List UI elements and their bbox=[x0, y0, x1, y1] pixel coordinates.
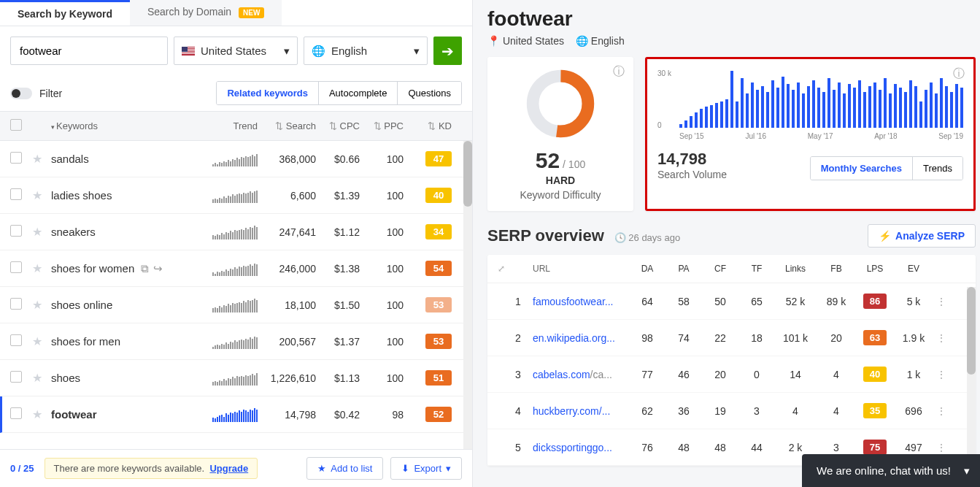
serp-url[interactable]: en.wikipedia.org... bbox=[533, 332, 629, 344]
chat-widget[interactable]: We are online, chat with us! bbox=[802, 454, 980, 487]
ppc-cell: 100 bbox=[360, 372, 404, 384]
col-ppc[interactable]: ⇅ PPC bbox=[360, 120, 404, 131]
ev-cell: 696 bbox=[893, 405, 934, 417]
trend-sparkline bbox=[207, 225, 258, 239]
star-icon[interactable]: ★ bbox=[32, 262, 42, 275]
row-checkbox[interactable] bbox=[10, 371, 22, 383]
ppc-cell: 100 bbox=[360, 226, 404, 238]
cpc-cell: $0.66 bbox=[316, 153, 360, 165]
tab-search-domain[interactable]: Search by Domain NEW bbox=[130, 0, 282, 26]
pa-cell: 58 bbox=[665, 296, 702, 307]
serp-scrollbar[interactable] bbox=[967, 287, 976, 466]
row-menu-icon[interactable]: ⋮ bbox=[934, 369, 949, 380]
serp-url[interactable]: cabelas.com/ca... bbox=[533, 369, 629, 380]
table-row[interactable]: ★sandals368,000$0.6610047 bbox=[0, 141, 472, 177]
da-cell: 98 bbox=[629, 332, 665, 344]
keyword-input[interactable] bbox=[10, 37, 168, 65]
serp-url[interactable]: famousfootwear... bbox=[533, 296, 629, 307]
col-kd[interactable]: ⇅ KD bbox=[404, 120, 452, 131]
trend-sparkline bbox=[207, 298, 258, 312]
search-button[interactable]: ➔ bbox=[433, 37, 462, 65]
tf-cell: 44 bbox=[738, 442, 775, 453]
star-icon[interactable]: ★ bbox=[32, 335, 42, 348]
tf-cell: 3 bbox=[738, 405, 775, 417]
upgrade-link[interactable]: Upgrade bbox=[209, 463, 248, 474]
col-keywords[interactable]: Keywords bbox=[51, 120, 207, 131]
serp-url[interactable]: dickssportinggo... bbox=[533, 442, 629, 453]
trend-sparkline bbox=[207, 261, 258, 276]
table-row[interactable]: ★sneakers247,641$1.1210034 bbox=[0, 214, 472, 250]
tf-cell: 18 bbox=[738, 332, 775, 344]
col-search[interactable]: ⇅ Search bbox=[258, 120, 316, 131]
table-row[interactable]: ★ladies shoes6,600$1.3910040 bbox=[0, 177, 472, 214]
ppc-cell: 100 bbox=[360, 299, 404, 311]
upgrade-notice: There are more keywords available. Upgra… bbox=[45, 458, 258, 479]
language-select[interactable]: 🌐English ▾ bbox=[304, 37, 428, 65]
star-icon[interactable]: ★ bbox=[32, 299, 42, 311]
select-all-checkbox[interactable] bbox=[10, 119, 22, 131]
expand-icon[interactable]: ⤢ bbox=[498, 264, 515, 274]
lps-cell: 35 bbox=[857, 403, 893, 418]
cpc-cell: $1.13 bbox=[316, 372, 360, 384]
row-menu-icon[interactable]: ⋮ bbox=[934, 296, 949, 307]
table-row[interactable]: ★shoes for men200,567$1.3710053 bbox=[0, 323, 472, 360]
star-icon[interactable]: ★ bbox=[32, 408, 42, 421]
kd-badge: 54 bbox=[425, 261, 452, 276]
star-icon[interactable]: ★ bbox=[32, 372, 42, 384]
tab-search-keyword[interactable]: Search by Keyword bbox=[0, 0, 130, 26]
star-icon[interactable]: ★ bbox=[32, 189, 42, 202]
links-cell: 4 bbox=[775, 405, 816, 417]
keyword-cell: shoes for men bbox=[51, 335, 207, 348]
keyword-difficulty-card: ⓘ 52 / 100 HARD Keyword Difficulty bbox=[487, 57, 633, 211]
country-select[interactable]: United States ▾ bbox=[174, 37, 298, 65]
ppc-cell: 100 bbox=[360, 263, 404, 275]
table-scrollbar[interactable] bbox=[463, 141, 472, 449]
ev-cell: 497 bbox=[893, 442, 934, 453]
info-icon[interactable]: ⓘ bbox=[613, 64, 625, 80]
page-title: footwear bbox=[487, 7, 976, 31]
row-checkbox[interactable] bbox=[10, 225, 22, 237]
ppc-cell: 100 bbox=[360, 153, 404, 165]
row-checkbox[interactable] bbox=[10, 152, 22, 164]
keyword-table-header: Keywords Trend ⇅ Search ⇅ CPC ⇅ PPC ⇅ KD bbox=[0, 111, 472, 141]
table-row[interactable]: ★shoes online18,100$1.5010053 bbox=[0, 287, 472, 323]
tab-monthly-searches[interactable]: Monthly Searches bbox=[811, 157, 912, 180]
search-cell: 6,600 bbox=[258, 190, 316, 202]
serp-rank: 1 bbox=[515, 296, 533, 307]
row-checkbox[interactable] bbox=[10, 334, 22, 346]
add-to-list-button[interactable]: ★Add to list bbox=[306, 457, 383, 480]
star-icon[interactable]: ★ bbox=[32, 226, 42, 238]
tf-cell: 65 bbox=[738, 296, 775, 307]
row-menu-icon[interactable]: ⋮ bbox=[934, 405, 949, 417]
keyword-cell: shoes bbox=[51, 372, 207, 384]
row-menu-icon[interactable]: ⋮ bbox=[934, 442, 949, 453]
mode-autocomplete[interactable]: Autocomplete bbox=[318, 82, 398, 104]
row-checkbox[interactable] bbox=[10, 407, 22, 419]
copy-icon[interactable]: ⧉ bbox=[141, 262, 149, 275]
svg-point-1 bbox=[533, 76, 588, 131]
row-menu-icon[interactable]: ⋮ bbox=[934, 332, 949, 344]
star-icon[interactable]: ★ bbox=[32, 153, 42, 165]
row-checkbox[interactable] bbox=[10, 298, 22, 310]
mode-related[interactable]: Related keywords bbox=[217, 82, 318, 104]
filter-toggle[interactable] bbox=[10, 88, 32, 99]
col-trend[interactable]: Trend bbox=[207, 120, 258, 131]
mode-questions[interactable]: Questions bbox=[397, 82, 461, 104]
analyze-serp-button[interactable]: ⚡Analyze SERP bbox=[868, 224, 976, 248]
kd-badge: 47 bbox=[425, 151, 452, 166]
cpc-cell: $1.50 bbox=[316, 299, 360, 311]
serp-rank: 3 bbox=[515, 369, 533, 380]
table-row[interactable]: ★footwear14,798$0.429852 bbox=[0, 396, 472, 433]
cpc-cell: $1.37 bbox=[316, 336, 360, 348]
row-checkbox[interactable] bbox=[10, 188, 22, 200]
export-button[interactable]: ⬇Export▾ bbox=[390, 457, 462, 480]
tab-trends[interactable]: Trends bbox=[912, 157, 962, 180]
arrow-icon[interactable]: ↪ bbox=[153, 262, 163, 275]
kd-donut-chart bbox=[524, 67, 597, 140]
globe-icon: 🌐 bbox=[312, 45, 325, 58]
table-row[interactable]: ★shoes1,226,610$1.1310051 bbox=[0, 360, 472, 396]
serp-url[interactable]: huckberry.com/... bbox=[533, 405, 629, 417]
table-row[interactable]: ★shoes for women⧉↪246,000$1.3810054 bbox=[0, 250, 472, 287]
col-cpc[interactable]: ⇅ CPC bbox=[316, 120, 360, 131]
row-checkbox[interactable] bbox=[10, 261, 22, 273]
